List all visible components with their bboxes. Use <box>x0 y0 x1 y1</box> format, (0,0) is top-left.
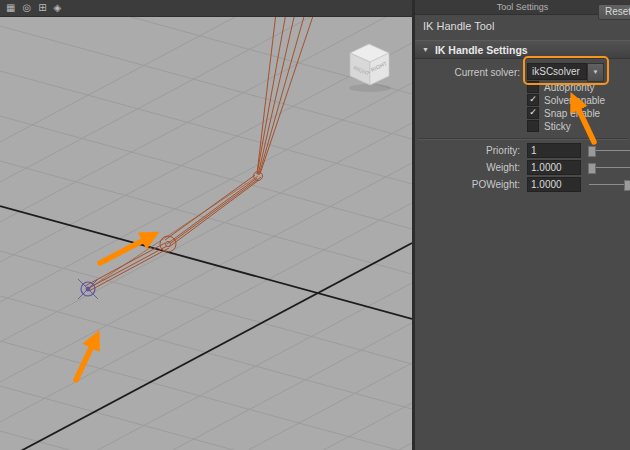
sticky-row: Sticky <box>527 120 630 132</box>
viewport-header: ▦ ◎ ⊞ ◈ <box>0 0 412 17</box>
view-cube[interactable]: RIGHT RIGHT <box>349 44 391 92</box>
solver-enable-label: Solver enable <box>544 95 605 106</box>
ik-joint-end-effector[interactable] <box>78 279 98 299</box>
section-header-ik-handle-settings[interactable]: ▼ IK Handle Settings <box>415 40 630 59</box>
weight-slider[interactable] <box>589 163 630 172</box>
section-title: IK Handle Settings <box>435 44 528 56</box>
slider-handle[interactable] <box>624 180 630 191</box>
ik-handle-line <box>88 176 258 289</box>
divider <box>418 138 627 140</box>
tool-name-label: IK Handle Tool <box>423 20 494 32</box>
share-icon[interactable]: ◈ <box>54 0 62 16</box>
poweight-label: POWeight: <box>415 179 527 190</box>
priority-row: Priority: <box>415 142 630 158</box>
checkmark: ✓ <box>529 107 537 117</box>
panels-icon[interactable]: ▦ <box>6 0 15 16</box>
solver-enable-row: ✓ Solver enable <box>527 94 630 106</box>
viewport-canvas[interactable]: RIGHT RIGHT <box>0 17 412 450</box>
current-solver-value[interactable]: ikSCsolver <box>527 63 587 80</box>
poweight-row: POWeight: <box>415 176 630 192</box>
current-solver-label: Current solver: <box>415 67 527 78</box>
sticky-label: Sticky <box>544 121 571 132</box>
camera-icon[interactable]: ◎ <box>22 0 31 16</box>
poweight-field[interactable] <box>527 177 581 192</box>
grid-snap-icon[interactable]: ⊞ <box>38 0 46 16</box>
autopriority-row: Autopriority <box>527 81 630 93</box>
priority-label: Priority: <box>415 145 527 156</box>
dropdown-arrow-icon[interactable]: ▼ <box>587 63 604 82</box>
priority-field[interactable] <box>527 143 581 158</box>
autopriority-label: Autopriority <box>544 82 595 93</box>
checkbox-sticky[interactable] <box>527 120 539 132</box>
grid-lines <box>0 17 412 450</box>
snap-enable-label: Snap enable <box>544 108 600 119</box>
slider-handle[interactable] <box>588 146 596 157</box>
tool-settings-panel: Tool Settings Reset IK Handle Tool ▼ IK … <box>415 0 630 450</box>
slider-handle[interactable] <box>588 163 596 174</box>
poweight-slider[interactable] <box>589 180 630 189</box>
priority-slider[interactable] <box>589 146 630 155</box>
weight-row: Weight: <box>415 159 630 175</box>
grid-axes <box>0 206 412 450</box>
checkbox-autopriority[interactable] <box>527 81 539 93</box>
weight-field[interactable] <box>527 160 581 175</box>
collapse-arrow-icon: ▼ <box>422 46 429 53</box>
weight-label: Weight: <box>415 162 527 173</box>
checkbox-solver-enable[interactable]: ✓ <box>527 94 539 106</box>
current-solver-dropdown[interactable]: ikSCsolver ▼ <box>527 63 604 82</box>
checkmark: ✓ <box>529 94 537 104</box>
snap-enable-row: ✓ Snap enable <box>527 107 630 119</box>
reset-tool-button[interactable]: Reset <box>598 4 630 20</box>
checkbox-snap-enable[interactable]: ✓ <box>527 107 539 119</box>
current-solver-row: Current solver: ikSCsolver ▼ <box>415 63 630 81</box>
viewport-3d[interactable]: ▦ ◎ ⊞ ◈ <box>0 0 412 450</box>
